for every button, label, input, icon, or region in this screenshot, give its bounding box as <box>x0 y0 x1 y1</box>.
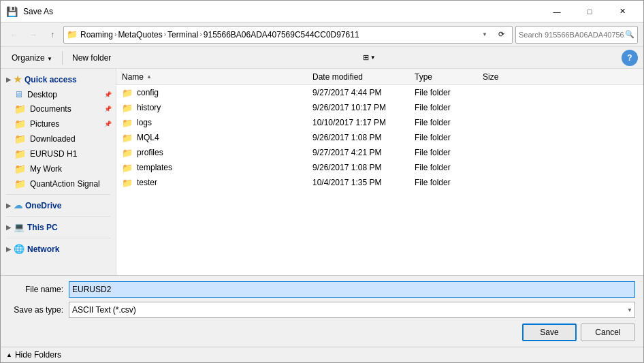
onedrive-cloud-icon: ☁ <box>14 200 22 210</box>
cancel-button[interactable]: Cancel <box>581 323 635 341</box>
action-divider <box>62 51 63 65</box>
sidebar-divider-3 <box>6 238 110 238</box>
filename-input[interactable] <box>69 281 635 298</box>
sidebar-section-header-quick-access[interactable]: ▶ ★ Quick access <box>1 72 116 87</box>
sidebar-item-desktop[interactable]: 🖥 Desktop 📌 <box>1 87 116 101</box>
address-bar: 📁 Roaming › MetaQuotes › Terminal › 9155… <box>63 26 513 44</box>
search-box: 🔍 <box>515 26 638 44</box>
file-name-templates: 📁 templates <box>122 163 312 173</box>
save-button[interactable]: Save <box>522 323 577 341</box>
path-roaming[interactable]: Roaming <box>80 30 113 40</box>
thispc-chevron-icon: ▶ <box>6 224 11 231</box>
table-row[interactable]: 📁 templates 9/26/2017 1:08 PM File folde… <box>116 160 643 175</box>
hide-folders-chevron-icon: ▲ <box>6 351 12 358</box>
mywork-folder-icon: 📁 <box>14 163 26 174</box>
sidebar-item-onedrive[interactable]: ▶ ☁ OneDrive <box>1 198 116 213</box>
path-terminal[interactable]: Terminal <box>167 30 198 40</box>
bottom-bar: File name: Save as type: ASCII Text (*.c… <box>1 275 643 347</box>
sidebar-item-mywork[interactable]: 📁 My Work <box>1 161 116 176</box>
action-bar: Organize ▼ New folder ⊞ ▼ ? <box>1 47 643 69</box>
col-header-type[interactable]: Type <box>415 72 483 82</box>
documents-pin-icon: 📌 <box>104 106 112 112</box>
address-dropdown-button[interactable]: ▼ <box>479 28 490 42</box>
folder-tester-icon: 📁 <box>122 178 133 188</box>
eurusd-folder-icon: 📁 <box>14 148 26 159</box>
sidebar-divider-2 <box>6 216 110 217</box>
sidebar-section-quick-access: ▶ ★ Quick access 🖥 Desktop 📌 📁 Documents… <box>1 72 116 191</box>
search-icon: 🔍 <box>625 30 634 39</box>
sidebar-item-network[interactable]: ▶ 🌐 Network <box>1 241 116 257</box>
sidebar-item-this-pc[interactable]: ▶ 💻 This PC <box>1 219 116 235</box>
address-toolbar: ← → ↑ 📁 Roaming › MetaQuotes › Terminal … <box>1 22 643 47</box>
sidebar-divider-1 <box>6 194 110 195</box>
file-name-tester: 📁 tester <box>122 178 312 188</box>
address-path[interactable]: Roaming › MetaQuotes › Terminal › 915566… <box>80 30 477 40</box>
folder-templates-icon: 📁 <box>122 163 133 173</box>
pictures-folder-icon: 📁 <box>14 119 26 129</box>
network-icon: 🌐 <box>14 244 25 254</box>
bottom-actions: Save Cancel <box>9 322 635 341</box>
sidebar-item-eurusd[interactable]: 📁 EURUSD H1 <box>1 146 116 161</box>
help-button[interactable]: ? <box>622 50 638 66</box>
view-button[interactable]: ⊞ ▼ <box>360 52 379 63</box>
file-area: Name ▲ Date modified Type Size 📁 config … <box>116 69 643 275</box>
sidebar-item-quantaction[interactable]: 📁 QuantAction Signal <box>1 176 116 191</box>
title-bar-left: 💾 Save As <box>6 6 53 17</box>
minimize-button[interactable]: — <box>541 1 573 22</box>
file-name-history: 📁 history <box>122 103 312 113</box>
folder-mql4-icon: 📁 <box>122 133 133 143</box>
table-row[interactable]: 📁 profiles 9/27/2017 4:21 PM File folder <box>116 145 643 160</box>
path-metaquotes[interactable]: MetaQuotes <box>118 30 162 40</box>
file-name-profiles: 📁 profiles <box>122 148 312 158</box>
forward-button[interactable]: → <box>25 27 42 43</box>
sidebar-section-this-pc: ▶ 💻 This PC <box>1 219 116 235</box>
path-sep-3: › <box>199 31 202 38</box>
quick-access-label: Quick access <box>25 75 77 84</box>
main-content: ▶ ★ Quick access 🖥 Desktop 📌 📁 Documents… <box>1 69 643 275</box>
pc-icon: 💻 <box>14 222 25 232</box>
sidebar-item-downloaded[interactable]: 📁 Downloaded <box>1 131 116 146</box>
quantaction-folder-icon: 📁 <box>14 178 26 189</box>
up-button[interactable]: ↑ <box>44 27 61 43</box>
save-as-dialog: 💾 Save As — □ ✕ ← → ↑ 📁 Roaming › MetaQu… <box>0 0 644 363</box>
path-hash[interactable]: 915566BA06ADA407569C544CC0D97611 <box>204 30 359 40</box>
folder-profiles-icon: 📁 <box>122 148 133 158</box>
maximize-button[interactable]: □ <box>574 1 605 22</box>
col-header-name[interactable]: Name ▲ <box>122 72 312 82</box>
search-input[interactable] <box>519 31 625 39</box>
table-row[interactable]: 📁 MQL4 9/26/2017 1:08 PM File folder <box>116 130 643 145</box>
quick-access-chevron-icon: ▶ <box>6 76 11 83</box>
sidebar-item-documents[interactable]: 📁 Documents 📌 <box>1 101 116 116</box>
refresh-button[interactable]: ⟳ <box>493 27 509 43</box>
close-button[interactable]: ✕ <box>607 1 638 22</box>
hide-folders-bar[interactable]: ▲ Hide Folders <box>1 347 643 362</box>
back-button[interactable]: ← <box>6 27 22 43</box>
sort-arrow-icon: ▲ <box>146 74 152 80</box>
filename-label: File name: <box>9 285 63 294</box>
desktop-pin-icon: 📌 <box>104 91 112 98</box>
title-controls: — □ ✕ <box>541 1 638 22</box>
filetype-select-wrapper: ASCII Text (*.csv) ▼ <box>69 302 635 318</box>
downloaded-folder-icon: 📁 <box>14 133 26 144</box>
filetype-select[interactable]: ASCII Text (*.csv) <box>69 302 635 318</box>
sidebar-section-onedrive: ▶ ☁ OneDrive <box>1 198 116 213</box>
onedrive-chevron-icon: ▶ <box>6 202 11 209</box>
table-row[interactable]: 📁 config 9/27/2017 4:44 PM File folder <box>116 85 643 100</box>
sidebar: ▶ ★ Quick access 🖥 Desktop 📌 📁 Documents… <box>1 69 116 275</box>
file-name-config: 📁 config <box>122 88 312 98</box>
new-folder-button[interactable]: New folder <box>67 52 116 64</box>
col-header-size[interactable]: Size <box>483 72 537 82</box>
hide-folders-label: Hide Folders <box>15 350 61 360</box>
col-header-date[interactable]: Date modified <box>312 72 415 82</box>
path-sep-1: › <box>114 31 116 38</box>
sidebar-item-pictures[interactable]: 📁 Pictures 📌 <box>1 116 116 131</box>
window-title: Save As <box>23 7 53 16</box>
desktop-icon: 🖥 <box>14 89 23 99</box>
documents-folder-icon: 📁 <box>14 104 26 114</box>
window-icon: 💾 <box>6 6 18 17</box>
table-row[interactable]: 📁 tester 10/4/2017 1:35 PM File folder <box>116 175 643 190</box>
organize-button[interactable]: Organize ▼ <box>6 52 58 64</box>
title-bar: 💾 Save As — □ ✕ <box>1 1 643 22</box>
table-row[interactable]: 📁 logs 10/10/2017 1:17 PM File folder <box>116 115 643 130</box>
table-row[interactable]: 📁 history 9/26/2017 10:17 PM File folder <box>116 100 643 115</box>
